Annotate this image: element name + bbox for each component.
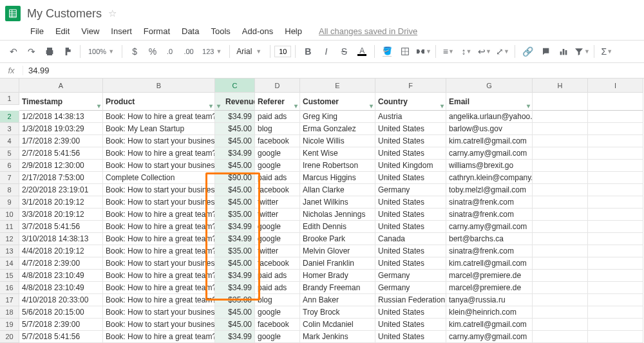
data-cell[interactable]: Book: How to hire a great team? xyxy=(103,245,215,257)
data-cell[interactable]: Nicholas Jennings xyxy=(300,209,375,221)
filter-icon[interactable] xyxy=(527,97,530,111)
data-cell[interactable]: $45.00 xyxy=(215,184,255,196)
data-cell[interactable]: twitter xyxy=(255,196,300,209)
row-header[interactable]: 12 xyxy=(0,233,19,245)
rotate-icon[interactable]: ⤢▼ xyxy=(494,43,511,60)
col-header[interactable]: F xyxy=(375,79,446,93)
data-cell[interactable]: carny.amy@gmail.com xyxy=(446,147,533,160)
empty-cell[interactable] xyxy=(588,209,643,221)
row-header[interactable]: 4 xyxy=(0,135,19,147)
data-cell[interactable]: $34.99 xyxy=(215,111,255,123)
font-select[interactable]: Arial▼ xyxy=(234,47,266,56)
star-icon[interactable]: ☆ xyxy=(108,8,117,19)
data-cell[interactable]: marcel@premiere.de xyxy=(446,282,533,294)
empty-cell[interactable] xyxy=(588,93,643,111)
data-cell[interactable]: Book: How to hire a great team? xyxy=(103,331,215,343)
data-cell[interactable]: United States xyxy=(375,245,446,257)
data-cell[interactable]: sinatra@frenk.com xyxy=(446,196,533,209)
filter-icon[interactable] xyxy=(440,97,444,111)
data-cell[interactable]: google xyxy=(255,331,300,343)
data-cell[interactable]: 1/2/2018 14:38:13 xyxy=(19,111,103,123)
row-header[interactable]: 11 xyxy=(0,221,19,233)
italic-icon[interactable]: I xyxy=(317,43,334,60)
data-cell[interactable]: United Kingdom xyxy=(375,160,446,172)
data-cell[interactable]: Germany xyxy=(375,184,446,196)
data-cell[interactable]: facebook xyxy=(255,184,300,196)
data-cell[interactable]: 3/1/2018 20:19:12 xyxy=(19,196,103,209)
data-cell[interactable]: 4/8/2018 23:10:49 xyxy=(19,270,103,282)
filter-icon[interactable] xyxy=(217,97,220,111)
currency-icon[interactable]: $ xyxy=(126,43,143,60)
data-cell[interactable]: Book: How to hire a great team? xyxy=(103,233,215,245)
header-cell[interactable]: Referer xyxy=(255,93,300,111)
data-cell[interactable]: sinatra@frenk.com xyxy=(446,209,533,221)
data-cell[interactable]: google xyxy=(255,160,300,172)
header-cell[interactable]: Revenue xyxy=(215,93,255,111)
data-cell[interactable]: 5/6/2018 20:15:00 xyxy=(19,306,103,319)
data-cell[interactable]: Daniel Franklin xyxy=(300,257,375,270)
data-cell[interactable]: Kent Wise xyxy=(300,147,375,160)
data-cell[interactable]: $35.00 xyxy=(215,209,255,221)
col-header[interactable]: A xyxy=(19,79,103,93)
undo-icon[interactable]: ↶ xyxy=(5,43,22,60)
data-cell[interactable]: $34.99 xyxy=(215,147,255,160)
data-cell[interactable]: google xyxy=(255,147,300,160)
data-cell[interactable]: Book: How to start your business? xyxy=(103,319,215,331)
data-cell[interactable]: Nicole Willis xyxy=(300,135,375,147)
row-header[interactable]: 7 xyxy=(0,172,19,184)
data-cell[interactable]: $45.00 xyxy=(215,135,255,147)
data-cell[interactable]: twitter xyxy=(255,209,300,221)
data-cell[interactable]: Book: How to hire a great team? xyxy=(103,294,215,306)
data-cell[interactable]: paid ads xyxy=(255,111,300,123)
data-cell[interactable]: blog xyxy=(255,123,300,135)
empty-cell[interactable] xyxy=(588,331,643,343)
data-cell[interactable]: Complete Collection xyxy=(103,172,215,184)
halign-icon[interactable]: ≡▼ xyxy=(440,43,457,60)
data-cell[interactable]: $34.99 xyxy=(215,331,255,343)
data-cell[interactable]: carny.amy@gmail.com xyxy=(446,331,533,343)
data-cell[interactable]: cathryn.klein@company.com xyxy=(446,172,533,184)
empty-cell[interactable] xyxy=(588,184,643,196)
data-cell[interactable]: United States xyxy=(375,123,446,135)
comment-icon[interactable] xyxy=(537,43,554,60)
header-cell[interactable]: Country xyxy=(375,93,446,111)
data-cell[interactable]: google xyxy=(255,306,300,319)
data-cell[interactable]: Colin Mcdaniel xyxy=(300,319,375,331)
menu-insert[interactable]: Insert xyxy=(106,25,137,37)
data-cell[interactable]: angelika.urlaun@yahoo.de xyxy=(446,111,533,123)
data-cell[interactable]: tanya@russia.ru xyxy=(446,294,533,306)
row-header[interactable]: 19 xyxy=(0,319,19,331)
menu-file[interactable]: File xyxy=(26,25,48,37)
empty-cell[interactable] xyxy=(533,123,588,135)
data-cell[interactable]: Book: How to start your business? xyxy=(103,257,215,270)
header-cell[interactable]: Timestamp xyxy=(19,93,103,111)
redo-icon[interactable]: ↷ xyxy=(23,43,40,60)
increase-decimal-icon[interactable]: .00 xyxy=(180,43,197,60)
data-cell[interactable]: facebook xyxy=(255,135,300,147)
empty-cell[interactable] xyxy=(533,221,588,233)
data-cell[interactable]: United States xyxy=(375,257,446,270)
data-cell[interactable]: United States xyxy=(375,196,446,209)
data-cell[interactable]: kim.catrell@gmail.com xyxy=(446,135,533,147)
empty-cell[interactable] xyxy=(533,306,588,319)
data-cell[interactable]: Book: How to hire a great team? xyxy=(103,221,215,233)
valign-icon[interactable]: ↕▼ xyxy=(458,43,475,60)
data-cell[interactable]: United States xyxy=(375,147,446,160)
data-cell[interactable]: 4/7/2018 2:39:00 xyxy=(19,257,103,270)
data-cell[interactable]: $35.00 xyxy=(215,294,255,306)
data-cell[interactable]: carny.amy@gmail.com xyxy=(446,221,533,233)
empty-cell[interactable] xyxy=(588,160,643,172)
data-cell[interactable]: Book: How to start your business? xyxy=(103,306,215,319)
empty-cell[interactable] xyxy=(533,196,588,209)
empty-cell[interactable] xyxy=(533,93,588,111)
empty-cell[interactable] xyxy=(588,123,643,135)
functions-icon[interactable]: Σ▼ xyxy=(598,43,615,60)
filter-icon[interactable] xyxy=(370,97,373,111)
chart-icon[interactable] xyxy=(555,43,572,60)
row-header[interactable]: 16 xyxy=(0,282,19,294)
data-cell[interactable]: bert@barchs.ca xyxy=(446,233,533,245)
empty-cell[interactable] xyxy=(533,294,588,306)
data-cell[interactable]: klein@heinrich.com xyxy=(446,306,533,319)
header-cell[interactable]: Email xyxy=(446,93,533,111)
data-cell[interactable]: paid ads xyxy=(255,282,300,294)
